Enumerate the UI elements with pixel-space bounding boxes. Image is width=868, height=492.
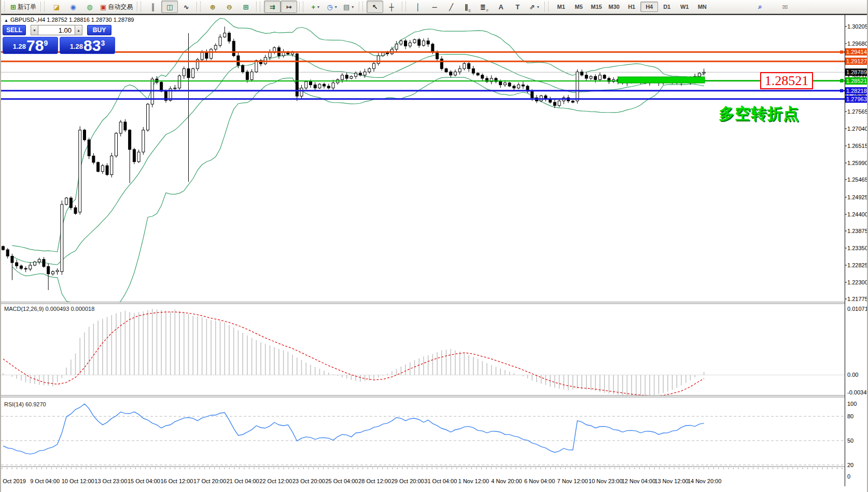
templates-button[interactable]: ▤▾: [340, 1, 357, 13]
time-axis-label: 21 Oct 04:00: [227, 478, 259, 484]
chat-button[interactable]: ✉: [777, 1, 793, 13]
bear-candle: [124, 122, 127, 130]
timeframe-button-m1[interactable]: M1: [552, 2, 570, 12]
toolbar-drag-handle[interactable]: [362, 2, 366, 12]
bear-candle: [508, 83, 511, 86]
eraser-button[interactable]: ◪: [48, 1, 65, 13]
channel-button[interactable]: ∥E: [459, 1, 476, 13]
profile-button[interactable]: ◉: [65, 1, 81, 13]
time-axis-label: 6 Nov 04:00: [524, 478, 555, 484]
timeframe-button-m30[interactable]: M30: [605, 2, 623, 12]
zoom-in-icon: ⊕: [210, 3, 216, 11]
line-anchor-handle[interactable]: [841, 79, 844, 82]
bull-candle: [377, 56, 380, 63]
bull-candle: [413, 39, 416, 43]
chart-shift-button[interactable]: ↦: [281, 1, 297, 13]
macd-axis-value: 0.010719: [847, 306, 868, 312]
timeframe-button-h1[interactable]: H1: [623, 2, 640, 12]
fibonacci-button[interactable]: ≣F: [476, 1, 493, 13]
signal-button[interactable]: ◍: [81, 1, 98, 13]
bull-candle: [355, 73, 357, 76]
toolbar-drag-handle[interactable]: [548, 2, 551, 12]
toolbar-drag-handle[interactable]: [405, 2, 409, 12]
sell-price-sup: 9: [44, 39, 48, 47]
timeframe-button-mn[interactable]: MN: [693, 2, 711, 12]
trendline-button[interactable]: ╱: [443, 1, 459, 13]
chart-window[interactable]: ▲GBPUSD-,H4 1.28752 1.28816 1.28730 1.28…: [1, 14, 867, 492]
bar-chart-button[interactable]: ║: [145, 1, 161, 13]
text-icon: A: [499, 3, 503, 11]
price-level-callout-box[interactable]: 1.28521: [760, 72, 813, 89]
price-axis-tick: 1.30205: [847, 23, 868, 30]
volume-input[interactable]: [38, 25, 75, 35]
toolbar-right-icons: ⌕✉: [752, 1, 793, 13]
bear-candle: [585, 75, 587, 78]
toolbar-drag-handle[interactable]: [4, 2, 7, 12]
buy-button[interactable]: BUY: [87, 25, 111, 35]
line-anchor-handle[interactable]: [840, 50, 843, 53]
bull-candle: [503, 83, 506, 85]
toolbar-drag-handle[interactable]: [260, 2, 263, 12]
zoom-out-button[interactable]: ⊖: [221, 1, 237, 13]
buy-price-small: 1.28: [70, 43, 83, 50]
price-axis-tag: 1.29127: [845, 58, 868, 65]
indicators-button[interactable]: +▾: [307, 1, 324, 13]
sell-price-box[interactable]: 1.28 78 9: [3, 37, 58, 54]
timeframe-button-m5[interactable]: M5: [570, 2, 587, 12]
candle-chart-button[interactable]: ◫: [161, 1, 178, 13]
timeframe-button-h4[interactable]: H4: [640, 2, 658, 12]
text-label-icon: T: [515, 3, 520, 11]
highlight-rectangle[interactable]: [618, 77, 705, 83]
vertical-line-button[interactable]: │: [410, 1, 426, 13]
auto-scroll-button[interactable]: ⇉: [264, 1, 281, 13]
line-anchor-handle[interactable]: [840, 89, 843, 92]
bear-candle: [323, 84, 326, 86]
new-order-button[interactable]: ⊞新订单: [8, 1, 38, 13]
line-chart-button[interactable]: ∿: [178, 1, 194, 13]
toolbar-drag-handle[interactable]: [44, 2, 47, 12]
annotation-text-cn[interactable]: 多空转折点: [719, 103, 799, 125]
bull-candle: [147, 104, 149, 130]
volume-up-button[interactable]: ▲: [75, 25, 82, 35]
price-axis-tag: 1.28521: [845, 77, 868, 85]
bear-candle: [499, 81, 502, 85]
vertical-line-icon: │: [416, 3, 420, 11]
bollinger-middle-band: [12, 54, 704, 265]
autotrade-button[interactable]: ▣自动交易: [98, 1, 135, 13]
timeframe-button-d1[interactable]: D1: [658, 2, 676, 12]
search-button[interactable]: ⌕: [752, 1, 768, 13]
text-button[interactable]: A: [493, 1, 509, 13]
toolbar-drag-handle[interactable]: [200, 2, 203, 12]
periods-button[interactable]: ◷▾: [324, 1, 340, 13]
arrow-tools-button[interactable]: ⇗▾: [526, 1, 542, 13]
rsi-axis-value: 80: [847, 413, 853, 419]
timeframe-button-m15[interactable]: M15: [587, 2, 605, 12]
toolbar: ⊞新订单◪◉◍▣自动交易║◫∿⊕⊖⊞⇉↦+▾◷▾▤▾↖┼│─╱∥E≣FAT⇗▾M…: [1, 0, 867, 14]
toolbar-drag-handle[interactable]: [141, 2, 144, 12]
bull-candle: [79, 130, 81, 212]
bull-candle: [269, 52, 271, 57]
bear-candle: [327, 86, 330, 88]
macd-pane-label: MACD(12,26,9) 0.000493 0.000018: [4, 306, 94, 312]
volume-down-button[interactable]: ▼: [31, 25, 38, 35]
sell-button[interactable]: SELL: [3, 25, 26, 35]
tile-windows-button[interactable]: ⊞: [237, 1, 254, 13]
collapse-triangle-icon[interactable]: ▲: [4, 18, 8, 23]
crosshair-button[interactable]: ┼: [383, 1, 400, 13]
bull-candle: [56, 270, 59, 271]
bull-candle: [119, 122, 122, 133]
text-label-button[interactable]: T: [509, 1, 526, 13]
macd-axis-value: 0.00: [847, 372, 858, 378]
timeframe-button-w1[interactable]: W1: [676, 2, 693, 12]
toolbar-drag-handle[interactable]: [303, 2, 306, 12]
zoom-in-button[interactable]: ⊕: [204, 1, 221, 13]
bear-candle: [431, 44, 434, 52]
chart-canvas[interactable]: [1, 15, 868, 492]
cursor-button[interactable]: ↖: [367, 1, 383, 13]
time-axis-label: 14 Nov 20:00: [688, 478, 721, 484]
rsi-line: [3, 404, 704, 454]
buy-price-box[interactable]: 1.28 83 3: [60, 37, 115, 54]
channel-icon: ∥: [465, 3, 468, 11]
horizontal-line-button[interactable]: ─: [426, 1, 443, 13]
bear-candle: [92, 156, 95, 162]
